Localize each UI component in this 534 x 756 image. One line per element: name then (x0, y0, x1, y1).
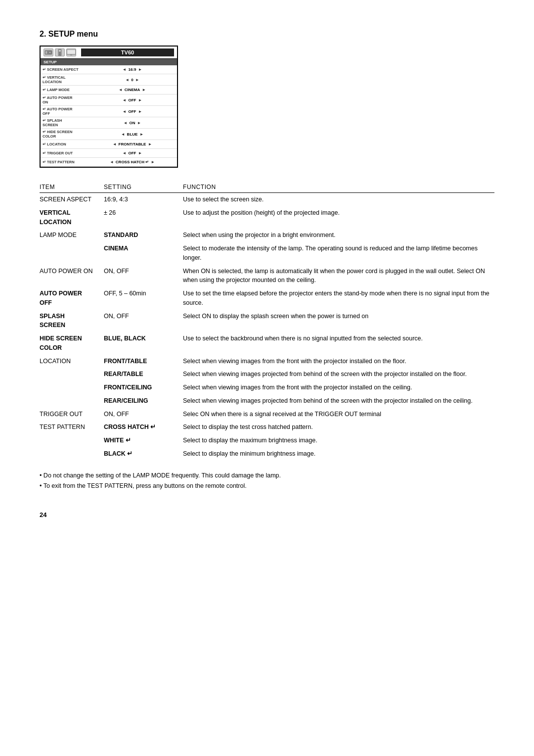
item-trigger-out: TRIGGER OUT (40, 408, 104, 421)
function-front-table: Select when viewing images from the fron… (183, 355, 494, 368)
page-number: 24 (40, 511, 494, 519)
setting-screen-aspect: 16:9, 4:3 (104, 193, 183, 206)
setting-white: WHITE ↵ (104, 434, 183, 447)
table-row: LAMP MODE STANDARD Select when using the… (40, 229, 494, 242)
note-1: Do not change the setting of the LAMP MO… (40, 471, 494, 481)
item-lamp-mode: LAMP MODE (40, 229, 104, 242)
osd-row-location: ↵ LOCATION ◄ FRONT/TABLE ► (41, 140, 177, 149)
osd-model-name: TV60 (81, 48, 174, 56)
main-table: Item Setting Function SCREEN ASPECT 16:9… (40, 182, 494, 461)
function-front-ceiling: Select when viewing images from the fron… (183, 381, 494, 394)
function-rear-table: Select when viewing images projected fro… (183, 368, 494, 381)
function-standard: Select when using the projector in a bri… (183, 229, 494, 242)
setting-black: BLACK ↵ (104, 447, 183, 461)
svg-point-5 (59, 52, 60, 53)
function-rear-ceiling: Select when viewing images projected fro… (183, 394, 494, 408)
right-arrow-icon: ► (138, 67, 142, 72)
note-2: To exit from the TEST PATTERN, press any… (40, 481, 494, 491)
osd-screen-icon (66, 48, 76, 56)
osd-row-auto-power-on: ↵ AUTO POWERON ◄ OFF ► (41, 94, 177, 106)
osd-projector-icon (44, 48, 53, 56)
function-vertical-location: Use to adjust the position (height) of t… (183, 206, 494, 229)
item-location-empty3 (40, 394, 104, 408)
function-white: Select to display the maximum brightness… (183, 434, 494, 447)
table-row: REAR/TABLE Select when viewing images pr… (40, 368, 494, 381)
svg-rect-8 (67, 50, 75, 54)
setting-auto-power-on: ON, OFF (104, 265, 183, 287)
item-auto-power-off: AUTO POWEROFF (40, 287, 104, 310)
table-row: FRONT/CEILING Select when viewing images… (40, 381, 494, 394)
item-test-pattern-empty1 (40, 434, 104, 447)
table-row: REAR/CEILING Select when viewing images … (40, 394, 494, 408)
function-auto-power-off: Use to set the time elapsed before the p… (183, 287, 494, 310)
table-row: CINEMA Select to moderate the intensity … (40, 242, 494, 265)
setting-cross-hatch: CROSS HATCH ↵ (104, 421, 183, 434)
table-row: VERTICALLOCATION ± 26 Use to adjust the … (40, 206, 494, 229)
osd-remote-icon (55, 48, 65, 56)
setting-rear-ceiling: REAR/CEILING (104, 394, 183, 408)
svg-rect-2 (45, 51, 47, 54)
setting-standard: STANDARD (104, 229, 183, 242)
osd-section-label: SETUP (41, 59, 177, 65)
setting-rear-table: REAR/TABLE (104, 368, 183, 381)
svg-point-1 (49, 51, 51, 54)
function-trigger-out: Selec ON when there is a signal received… (183, 408, 494, 421)
osd-row-vertical-location: ↵ VERTICALLOCATION ◄ 0 ► (41, 74, 177, 86)
table-row: WHITE ↵ Select to display the maximum br… (40, 434, 494, 447)
notes-section: Do not change the setting of the LAMP MO… (40, 471, 494, 492)
table-row: SCREEN ASPECT 16:9, 4:3 Use to select th… (40, 193, 494, 206)
item-vertical-location: VERTICALLOCATION (40, 206, 104, 229)
function-black: Select to display the minimum brightness… (183, 447, 494, 461)
osd-row-test-pattern: ↵ TEST PATTERN ◄ CROSS HATCH ↵ ► (41, 158, 177, 167)
item-auto-power-on: AUTO POWER ON (40, 265, 104, 287)
setting-vertical-location: ± 26 (104, 206, 183, 229)
item-lamp-mode-empty (40, 242, 104, 265)
osd-row-trigger-out: ↵ TRIGGER OUT ◄ OFF ► (41, 149, 177, 158)
col-header-item: Item (40, 182, 104, 193)
setting-auto-power-off: OFF, 5 – 60min (104, 287, 183, 310)
osd-row-lamp-mode: ↵ LAMP MODE ◄ CINEMA ► (41, 86, 177, 94)
function-screen-aspect: Use to select the screen size. (183, 193, 494, 206)
osd-menu: TV60 SETUP ↵ SCREEN ASPECT ◄ 16:9 ► ↵ VE… (40, 46, 178, 168)
item-splash-screen: SPLASHSCREEN (40, 310, 104, 332)
section-title: 2. SETUP menu (40, 30, 494, 39)
osd-header: TV60 (41, 47, 177, 59)
osd-icon-area (44, 48, 76, 56)
table-row: TRIGGER OUT ON, OFF Selec ON when there … (40, 408, 494, 421)
setting-hide-screen-color: BLUE, BLACK (104, 332, 183, 355)
table-row: LOCATION FRONT/TABLE Select when viewing… (40, 355, 494, 368)
svg-rect-4 (59, 50, 61, 51)
table-row: BLACK ↵ Select to display the minimum br… (40, 447, 494, 461)
setting-splash-screen: ON, OFF (104, 310, 183, 332)
table-row: AUTO POWEROFF OFF, 5 – 60min Use to set … (40, 287, 494, 310)
left-arrow-icon: ◄ (123, 67, 127, 72)
item-test-pattern-empty2 (40, 447, 104, 461)
setting-front-ceiling: FRONT/CEILING (104, 381, 183, 394)
svg-rect-9 (70, 54, 72, 55)
function-auto-power-on: When ON is selected, the lamp is automat… (183, 265, 494, 287)
item-location-empty1 (40, 368, 104, 381)
osd-row-hide-screen-color: ↵ HIDE SCREENCOLOR ◄ BLUE ► (41, 129, 177, 140)
table-row: HIDE SCREENCOLOR BLUE, BLACK Use to sele… (40, 332, 494, 355)
col-header-function: Function (183, 182, 494, 193)
function-hide-screen-color: Use to select the backbround when there … (183, 332, 494, 355)
function-cinema: Select to moderate the intensity of the … (183, 242, 494, 265)
osd-container: TV60 SETUP ↵ SCREEN ASPECT ◄ 16:9 ► ↵ VE… (40, 46, 494, 168)
osd-row-screen-aspect: ↵ SCREEN ASPECT ◄ 16:9 ► (41, 65, 177, 74)
col-header-setting: Setting (104, 182, 183, 193)
osd-row-splash-screen: ↵ SPLASHSCREEN ◄ ON ► (41, 117, 177, 129)
item-hide-screen-color: HIDE SCREENCOLOR (40, 332, 104, 355)
svg-point-6 (59, 54, 60, 55)
item-location: LOCATION (40, 355, 104, 368)
osd-row-auto-power-off: ↵ AUTO POWEROFF ◄ OFF ► (41, 106, 177, 117)
table-row: SPLASHSCREEN ON, OFF Select ON to displa… (40, 310, 494, 332)
item-screen-aspect: SCREEN ASPECT (40, 193, 104, 206)
table-row: AUTO POWER ON ON, OFF When ON is selecte… (40, 265, 494, 287)
function-cross-hatch: Select to display the test cross hatched… (183, 421, 494, 434)
function-splash-screen: Select ON to display the splash screen w… (183, 310, 494, 332)
item-location-empty2 (40, 381, 104, 394)
setting-trigger-out: ON, OFF (104, 408, 183, 421)
table-row: TEST PATTERN CROSS HATCH ↵ Select to dis… (40, 421, 494, 434)
setting-cinema: CINEMA (104, 242, 183, 265)
setting-front-table: FRONT/TABLE (104, 355, 183, 368)
